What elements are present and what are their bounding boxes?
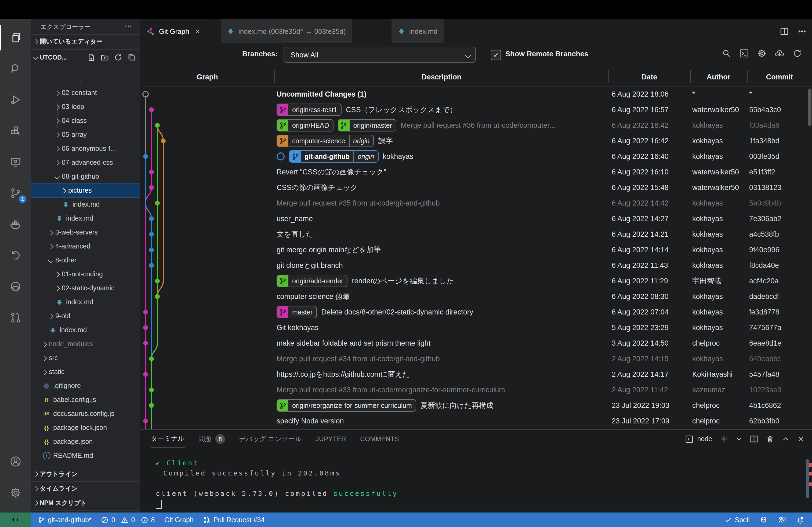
current-branch-badge[interactable]: git-and-githuborigin (289, 150, 378, 163)
tree-item-folder[interactable]: 8-other (31, 253, 140, 267)
new-folder-icon[interactable] (100, 53, 109, 62)
tree-item-folder[interactable]: 06-anonymous-f... (31, 142, 140, 156)
run-debug-icon[interactable] (0, 87, 31, 113)
tree-item-file[interactable]: JSdocusaurus.config.js (31, 407, 140, 421)
commit-row[interactable]: Merge pull request #33 from ut-code/reor… (140, 382, 812, 398)
commit-row[interactable]: Uncommitted Changes (1) 6 Aug 2022 18:06… (140, 86, 812, 102)
cloud-download-icon[interactable] (774, 48, 785, 59)
commit-row[interactable]: origin/add-render renderのページを編集しました 6 Au… (140, 273, 812, 289)
branch-badge[interactable]: master (277, 306, 317, 318)
settings-gear-icon[interactable] (0, 480, 31, 506)
tree-item-folder[interactable]: node_modules (31, 337, 140, 351)
terminal-icon[interactable] (739, 48, 749, 59)
problems-status[interactable]: 0 0 8 (101, 516, 155, 524)
branch-badge[interactable]: origin/master (338, 119, 396, 132)
timeline-section[interactable]: タイムライン (31, 481, 140, 495)
commit-row[interactable]: user_name 6 Aug 2022 14:27kokhayas7e306a… (140, 211, 812, 226)
close-panel-icon[interactable] (797, 435, 804, 443)
terminal-output[interactable]: ✔ Client Compiled successfully in 202.08… (156, 458, 398, 509)
tree-item-selected[interactable]: pictures (31, 183, 140, 197)
tree-item-folder[interactable]: src (31, 351, 140, 365)
tree-item-file[interactable]: Bbabel.config.js (31, 393, 140, 407)
branch-badge[interactable]: origin/css-test1 (277, 104, 342, 116)
table-scrollbar[interactable] (808, 89, 811, 126)
explorer-more-icon[interactable]: ⋯ (125, 21, 133, 30)
tab-close-icon[interactable]: × (196, 27, 200, 35)
commit-row[interactable]: Merge pull request #35 from ut-code/git-… (140, 195, 812, 211)
tree-item-file[interactable]: index.md (31, 211, 140, 225)
branch-badge[interactable]: origin/reorganize-for-summer-curriculum (277, 399, 416, 412)
tree-item-folder[interactable]: static (31, 365, 140, 379)
mysql-section[interactable]: MYSQL (31, 510, 140, 512)
tree-item-file[interactable]: index.md (31, 323, 140, 337)
tree-item-file[interactable]: .gitignore (31, 379, 140, 393)
split-editor-icon[interactable] (780, 27, 789, 36)
column-commit[interactable]: Commit (747, 67, 812, 86)
tab-index-md[interactable]: index.md (392, 19, 445, 43)
tree-item-file[interactable]: {}package-lock.json (31, 421, 140, 435)
git-graph-status[interactable]: Git Graph (164, 516, 193, 524)
refresh-icon[interactable] (114, 53, 122, 62)
search-icon[interactable] (0, 56, 31, 81)
pull-request-status[interactable]: Pull Request #34 (203, 516, 264, 524)
chevron-down-icon[interactable] (736, 436, 742, 442)
refresh-icon[interactable] (792, 48, 802, 59)
commit-row[interactable]: Revert "CSSの節の画像チェック" 6 Aug 2022 16:10wa… (140, 164, 812, 180)
commit-row[interactable]: origin/css-test1 CSS（フレックスボックスまで） 6 Aug … (140, 102, 812, 118)
feedback-icon[interactable] (778, 515, 786, 524)
tab-terminal[interactable]: ターミナル (151, 430, 185, 448)
explorer-icon[interactable] (0, 25, 32, 50)
tree-item-file[interactable]: iREADME.md (31, 449, 140, 461)
tree-item-folder[interactable]: 05-array (31, 128, 140, 142)
column-description[interactable]: Description (274, 67, 608, 86)
undo-history-icon[interactable] (0, 243, 31, 268)
commit-row[interactable]: Git kokhayas 5 Aug 2022 23:29kokhayas747… (140, 320, 812, 335)
tree-item-file[interactable]: index.md (31, 295, 140, 309)
commit-row[interactable]: git merge origin mainなどを加筆 6 Aug 2022 14… (140, 242, 812, 258)
maximize-panel-icon[interactable] (782, 435, 789, 443)
branch-badge[interactable]: computer-scienceorigin (277, 135, 374, 147)
find-icon[interactable] (721, 48, 731, 59)
branch-badge[interactable]: origin/HEAD (277, 119, 334, 132)
more-actions-icon[interactable] (798, 27, 807, 36)
extensions-icon[interactable] (0, 118, 31, 144)
commit-row[interactable]: computer science 俯瞰 6 Aug 2022 08:30kokh… (140, 289, 812, 304)
shell-picker[interactable]: node (685, 435, 712, 443)
tree-item-folder[interactable]: 07-advanced-css (31, 156, 140, 169)
tree-item-folder[interactable]: 01-inspector (31, 81, 140, 86)
notifications-bell-icon[interactable] (796, 515, 804, 524)
tab-comments[interactable]: COMMENTS (360, 430, 399, 448)
column-author[interactable]: Author (690, 67, 747, 86)
copilot-icon[interactable] (759, 515, 768, 524)
tree-item-folder[interactable]: 3-web-servers (31, 225, 140, 239)
tab-jupyter[interactable]: JUPYTER (316, 430, 346, 448)
tree-item-folder[interactable]: 08-git-github (31, 169, 140, 183)
branch-badge[interactable]: origin/add-render (277, 275, 347, 287)
npm-scripts-section[interactable]: NPM スクリプト (31, 496, 140, 510)
outline-section[interactable]: アウトライン (31, 467, 140, 481)
tab-problems[interactable]: 問題8 (199, 430, 225, 448)
branch-status[interactable]: git-and-github* (38, 516, 91, 524)
account-icon[interactable] (0, 449, 31, 475)
commit-row[interactable]: 文を直した 6 Aug 2022 14:21kokhayasa4c538fb (140, 226, 812, 242)
tree-item-folder[interactable]: 02-static-dynamic (31, 281, 140, 295)
tree-item-folder[interactable]: 03-loop (31, 100, 140, 114)
tree-item-folder[interactable]: 02-constant (31, 86, 140, 100)
docker-icon[interactable] (0, 211, 31, 237)
commit-row[interactable]: specify Node version 23 Jul 2022 17:09ch… (140, 413, 812, 429)
tree-item-file[interactable]: {}package.json (31, 435, 140, 449)
new-terminal-icon[interactable] (720, 435, 728, 443)
tab-index-diff[interactable]: index.md (003fe35d^ ↔ 003fe35d) (221, 19, 353, 43)
tree-item-folder[interactable]: 4-advanced (31, 239, 140, 253)
commit-row[interactable]: https://.co.jpをhttps://github.comに変えた 2 … (140, 366, 812, 382)
show-remote-checkbox[interactable]: ✓ (491, 50, 501, 60)
spell-status[interactable]: Spell (725, 516, 750, 524)
commit-row[interactable]: git cloneとgit branch 6 Aug 2022 11:43kok… (140, 258, 812, 273)
branches-dropdown[interactable]: Show All (284, 47, 476, 63)
commit-row[interactable]: git-and-githuborigin kokhayas 6 Aug 2022… (140, 149, 812, 164)
source-control-icon[interactable]: 1 (0, 180, 31, 206)
tab-debug-console[interactable]: デバッグ コンソール (239, 430, 302, 448)
pull-request-icon[interactable] (0, 305, 31, 331)
project-section-header[interactable]: UTCOD... (31, 49, 140, 64)
remote-indicator[interactable] (0, 512, 31, 527)
